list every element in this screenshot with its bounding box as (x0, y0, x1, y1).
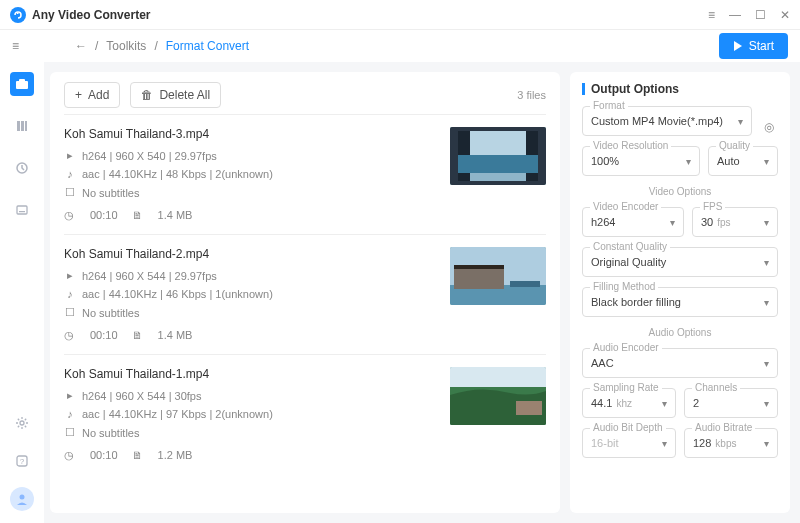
clock-icon: ◷ (64, 209, 76, 222)
sidebar-subtitle-icon[interactable] (10, 198, 34, 222)
app-logo-icon (10, 7, 26, 23)
svg-rect-2 (17, 121, 20, 131)
file-name: Koh Samui Thailand-1.mp4 (64, 367, 436, 381)
delete-all-button[interactable]: 🗑Delete All (130, 82, 221, 108)
help-icon[interactable]: ? (10, 449, 34, 473)
sidebar-toolkit-icon[interactable] (10, 72, 34, 96)
svg-rect-17 (458, 155, 538, 173)
avatar[interactable] (10, 487, 34, 511)
chevron-down-icon: ▾ (764, 217, 769, 228)
svg-rect-21 (454, 265, 504, 269)
svg-rect-3 (21, 121, 24, 131)
svg-text:?: ? (20, 457, 25, 466)
subtitle-icon: ☐ (64, 426, 76, 439)
sidebar-library-icon[interactable] (10, 114, 34, 138)
file-name: Koh Samui Thailand-2.mp4 (64, 247, 436, 261)
file-icon: 🗎 (132, 449, 144, 462)
chevron-down-icon: ▾ (738, 116, 743, 127)
file-list: +Add 🗑Delete All 3 files Koh Samui Thail… (50, 72, 560, 513)
thumbnail (450, 127, 546, 185)
chevron-down-icon: ▾ (764, 257, 769, 268)
chevron-down-icon: ▾ (764, 156, 769, 167)
video-icon: ▸ (64, 149, 76, 162)
svg-rect-20 (454, 267, 504, 289)
audio-section-label: Audio Options (582, 327, 778, 338)
file-item[interactable]: Koh Samui Thailand-3.mp4 ▸h264 | 960 X 5… (64, 114, 546, 234)
svg-rect-4 (25, 121, 27, 131)
chevron-down-icon: ▾ (670, 217, 675, 228)
crumb-current: Format Convert (166, 39, 249, 53)
trash-icon: 🗑 (141, 88, 153, 102)
svg-rect-6 (17, 206, 27, 214)
file-item[interactable]: Koh Samui Thailand-2.mp4 ▸h264 | 960 X 5… (64, 234, 546, 354)
menu-icon[interactable]: ≡ (12, 39, 19, 53)
file-icon: 🗎 (132, 209, 144, 222)
svg-rect-25 (516, 401, 542, 415)
panel-title: Output Options (582, 82, 778, 96)
sidebar: ? (0, 62, 44, 523)
video-section-label: Video Options (582, 186, 778, 197)
video-icon: ▸ (64, 269, 76, 282)
start-button[interactable]: Start (719, 33, 788, 59)
sidebar-history-icon[interactable] (10, 156, 34, 180)
play-icon (733, 41, 743, 51)
svg-rect-7 (19, 211, 25, 212)
maximize-icon[interactable]: ☐ (755, 8, 766, 22)
crumb-root[interactable]: Toolkits (106, 39, 146, 53)
toolbar: ≡ ← / Toolkits / Format Convert Start (0, 30, 800, 62)
audio-icon: ♪ (64, 288, 76, 300)
video-icon: ▸ (64, 389, 76, 402)
chevron-down-icon: ▾ (764, 398, 769, 409)
clock-icon: ◷ (64, 449, 76, 462)
settings-icon[interactable] (10, 411, 34, 435)
options-icon[interactable]: ≡ (708, 8, 715, 22)
chevron-down-icon: ▾ (662, 438, 667, 449)
thumbnail (450, 367, 546, 425)
add-button[interactable]: +Add (64, 82, 120, 108)
app-title: Any Video Converter (32, 8, 150, 22)
svg-point-11 (20, 495, 25, 500)
chevron-down-icon: ▾ (764, 438, 769, 449)
chevron-down-icon: ▾ (764, 297, 769, 308)
svg-rect-0 (16, 81, 28, 89)
close-icon[interactable]: ✕ (780, 8, 790, 22)
svg-rect-23 (450, 367, 546, 387)
back-icon[interactable]: ← (75, 39, 87, 53)
subtitle-icon: ☐ (64, 306, 76, 319)
chevron-down-icon: ▾ (686, 156, 691, 167)
audio-icon: ♪ (64, 408, 76, 420)
audio-icon: ♪ (64, 168, 76, 180)
thumbnail (450, 247, 546, 305)
plus-icon: + (75, 88, 82, 102)
breadcrumb: ← / Toolkits / Format Convert (75, 39, 249, 53)
svg-point-8 (20, 421, 24, 425)
file-count: 3 files (517, 89, 546, 101)
file-name: Koh Samui Thailand-3.mp4 (64, 127, 436, 141)
svg-rect-1 (19, 79, 25, 82)
file-icon: 🗎 (132, 329, 144, 342)
svg-rect-22 (510, 281, 540, 287)
chevron-down-icon: ▾ (764, 358, 769, 369)
file-item[interactable]: Koh Samui Thailand-1.mp4 ▸h264 | 960 X 5… (64, 354, 546, 474)
subtitle-icon: ☐ (64, 186, 76, 199)
clock-icon: ◷ (64, 329, 76, 342)
minimize-icon[interactable]: — (729, 8, 741, 22)
chevron-down-icon: ▾ (662, 398, 667, 409)
output-panel: Output Options Format Custom MP4 Movie(*… (570, 72, 790, 513)
titlebar: Any Video Converter ≡ — ☐ ✕ (0, 0, 800, 30)
format-settings-icon[interactable]: ◎ (760, 118, 778, 136)
